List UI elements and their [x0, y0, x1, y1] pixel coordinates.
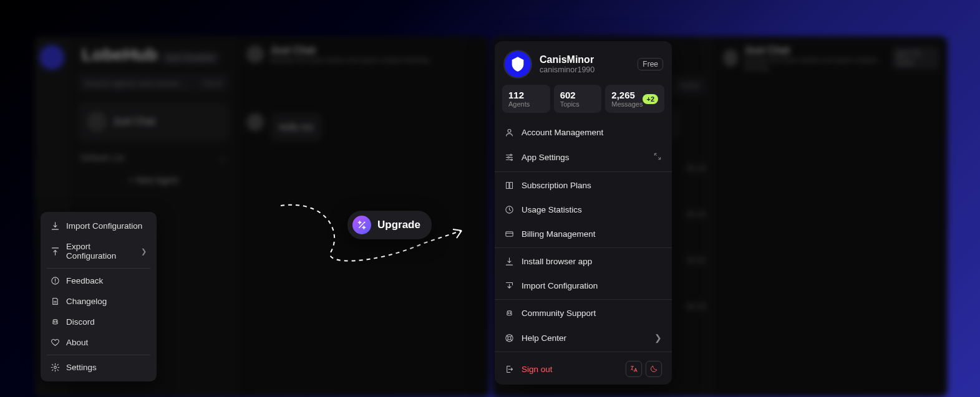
svg-rect-9 [506, 232, 513, 237]
row-label: Community Support [522, 309, 596, 318]
svg-point-7 [511, 159, 513, 161]
menu-separator [47, 355, 150, 355]
menu-item-export-configuration[interactable]: Export Configuration ❯ [44, 236, 153, 266]
gear-icon [51, 363, 60, 372]
account-panel: CanisMinor canisminor1990 Free 112 Agent… [495, 41, 672, 385]
row-label: Install browser app [522, 257, 592, 266]
chevron-right-icon: ❯ [141, 247, 147, 256]
sliders-icon [505, 153, 514, 162]
row-label: Account Management [522, 128, 603, 137]
row-import-configuration[interactable]: Import Configuration [495, 274, 672, 298]
separator [495, 352, 672, 352]
menu-item-label: Changelog [66, 297, 107, 306]
upgrade-label: Upgrade [377, 219, 420, 231]
clock-icon [505, 205, 514, 214]
menu-item-about[interactable]: About [44, 332, 153, 353]
separator [495, 171, 672, 172]
user-icon [505, 128, 514, 137]
svg-point-4 [508, 130, 511, 133]
discord-icon [505, 309, 514, 318]
svg-point-1 [54, 322, 54, 322]
svg-point-6 [508, 156, 510, 158]
stat-agents[interactable]: 112 Agents [502, 85, 550, 113]
plan-badge: Free [638, 58, 663, 70]
separator [495, 247, 672, 248]
menu-item-changelog[interactable]: Changelog [44, 291, 153, 312]
upgrade-button[interactable]: Upgrade [347, 211, 432, 239]
menu-item-label: Export Configuration [66, 242, 135, 261]
menu-item-label: Discord [66, 317, 95, 327]
svg-point-10 [508, 313, 508, 313]
menu-item-label: Feedback [66, 276, 103, 285]
book-icon [505, 181, 514, 190]
stat-topics[interactable]: 602 Topics [554, 85, 602, 113]
menu-item-label: About [66, 338, 88, 347]
svg-point-11 [510, 313, 510, 313]
row-billing-management[interactable]: Billing Management [495, 222, 672, 246]
row-label: Billing Management [522, 229, 596, 239]
profile-name: CanisMinor [540, 54, 594, 65]
feedback-icon [51, 276, 60, 285]
import-icon [505, 281, 514, 290]
svg-point-3 [54, 366, 57, 369]
row-label: Sign out [522, 365, 553, 374]
svg-point-5 [510, 155, 512, 156]
import-icon [51, 221, 60, 231]
sign-out-icon [505, 365, 514, 374]
row-label: Subscription Plans [522, 181, 591, 190]
menu-item-import-configuration[interactable]: Import Configuration [44, 216, 153, 236]
avatar[interactable] [503, 50, 532, 79]
row-sign-out[interactable]: Sign out [495, 353, 672, 385]
extra-badge: +2 [643, 94, 658, 104]
row-label: Import Configuration [522, 281, 598, 290]
menu-item-label: Import Configuration [66, 221, 142, 231]
svg-point-2 [56, 322, 56, 322]
row-label: Usage Statistics [522, 205, 582, 214]
theme-button[interactable] [646, 361, 662, 377]
row-community-support[interactable]: Community Support [495, 301, 672, 325]
stat-messages[interactable]: 2,265 Messages +2 [605, 85, 664, 113]
changelog-icon [51, 297, 60, 306]
discord-icon [51, 317, 60, 327]
svg-point-13 [508, 337, 511, 340]
stats-row: 112 Agents 602 Topics 2,265 Messages +2 [495, 85, 672, 120]
row-help-center[interactable]: Help Center ❯ [495, 325, 672, 350]
menu-item-discord[interactable]: Discord [44, 312, 153, 332]
lifebuoy-icon [505, 333, 514, 343]
menu-item-settings[interactable]: Settings [44, 357, 153, 378]
row-install-browser-app[interactable]: Install browser app [495, 249, 672, 274]
magic-wand-icon [352, 216, 371, 234]
menu-item-label: Settings [66, 363, 97, 372]
credit-card-icon [505, 229, 514, 239]
row-usage-statistics[interactable]: Usage Statistics [495, 198, 672, 222]
row-label: Help Center [522, 333, 566, 343]
expand-icon[interactable] [653, 152, 662, 163]
menu-separator [47, 268, 150, 269]
row-label: App Settings [522, 153, 570, 162]
profile-header: CanisMinor canisminor1990 Free [495, 41, 672, 85]
settings-popup-menu: Import Configuration Export Configuratio… [41, 212, 157, 381]
chevron-right-icon: ❯ [654, 333, 662, 343]
heart-icon [51, 338, 60, 347]
language-button[interactable] [626, 361, 642, 377]
row-app-settings[interactable]: App Settings [495, 145, 672, 170]
profile-handle: canisminor1990 [540, 65, 594, 74]
export-icon [51, 247, 60, 256]
row-subscription-plans[interactable]: Subscription Plans [495, 173, 672, 198]
download-icon [505, 257, 514, 266]
menu-item-feedback[interactable]: Feedback [44, 270, 153, 291]
row-account-management[interactable]: Account Management [495, 120, 672, 145]
separator [495, 299, 672, 300]
